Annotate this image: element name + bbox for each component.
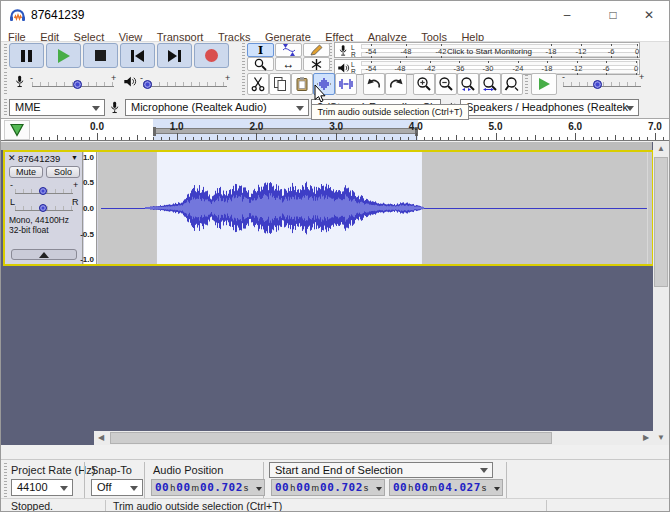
timeline-tick [488,137,489,140]
tools-gripper[interactable] [242,43,245,71]
playback-volume-thumb[interactable] [143,80,152,89]
pause-button[interactable] [9,43,44,68]
recording-device-select[interactable]: Microphone (Realtek Audio) [125,99,309,116]
vertical-scroll-thumb[interactable] [654,157,668,287]
timeline-tick [535,135,536,140]
zoom-out-button[interactable] [435,73,457,95]
quick-play-bar[interactable] [153,128,418,134]
waveform-area[interactable] [98,152,652,264]
meter-tick-label: -48 [395,64,406,73]
record-button[interactable] [194,43,229,68]
collapse-track-button[interactable] [11,249,77,260]
timeline-options-button[interactable] [4,120,30,140]
skip-to-start-button[interactable] [120,43,155,68]
timeline-tick [400,137,401,140]
selection-start-field[interactable]: 00h00m00.702s [271,479,385,496]
play-button[interactable] [46,43,81,68]
stop-button[interactable] [83,43,118,68]
play-speed-slider[interactable] [563,82,641,87]
scroll-up-icon[interactable]: ▲ [653,142,669,156]
paste-button[interactable] [291,73,313,95]
scroll-left-icon[interactable]: ◀ [94,431,108,445]
selection-toolbar: Project Rate (Hz) Snap-To Audio Position… [1,459,669,499]
play-at-speed-button[interactable] [531,73,557,95]
mixer-gripper[interactable] [4,72,7,96]
timeline-ruler[interactable]: 0.01.02.03.04.05.06.07.0 [1,119,669,141]
timeline-tick [623,137,624,140]
maximize-button[interactable]: □ [593,1,633,29]
snap-to-select[interactable]: Off [91,479,143,496]
monitor-prompt[interactable]: Click to Start Monitoring [447,47,532,56]
timeline-label: 1.0 [170,121,184,132]
selection-mode-select[interactable]: Start and End of Selection [269,462,493,478]
recording-meter[interactable]: L R Click to Start Monitoring -54-48-42-… [334,42,640,58]
selection-tool-button[interactable]: I [247,43,274,57]
timeline-tick [280,137,281,140]
fit-selection-button[interactable] [457,73,479,95]
fit-project-button[interactable] [479,73,501,95]
track-vertical-ruler[interactable]: 1.0 0.5 0.0 -0.5 -1.0 [84,152,97,264]
minimize-button[interactable]: – [547,1,587,29]
cut-button[interactable] [247,73,269,95]
recording-volume-thumb[interactable] [73,80,82,89]
redo-button[interactable] [385,73,407,95]
mute-button[interactable]: Mute [9,166,43,178]
skip-to-end-button[interactable] [157,43,192,68]
audio-track[interactable]: ✕ 87641239 ▼ Mute Solo - + L R Mono, 441… [3,150,653,266]
timeline-tick [631,137,632,140]
timeline-tick [129,137,130,140]
selection-end-field[interactable]: 00h00m04.027s [389,479,503,496]
tooltip: Trim audio outside selection (Ctrl+T) [311,104,469,120]
zoom-toggle-button[interactable] [501,73,523,95]
track-control-panel[interactable]: ✕ 87641239 ▼ Mute Solo - + L R Mono, 441… [5,152,83,264]
envelope-tool-button[interactable] [275,43,302,57]
waveform-canvas[interactable] [98,152,652,264]
selection-start-handle[interactable] [153,127,156,136]
asterisk-icon [310,58,323,71]
project-rate-select[interactable]: 44100 [11,479,73,496]
timeline-tick [448,137,449,140]
solo-button[interactable]: Solo [46,166,80,178]
mixer-mic-icon [13,74,26,89]
track-close-icon[interactable]: ✕ [8,153,16,163]
horizontal-scroll-thumb[interactable] [110,432,552,444]
timeline-tick [655,133,656,140]
silence-icon [338,76,354,92]
playback-device-select[interactable]: Speakers / Headphones (Realtek [460,99,639,116]
meter-tick-label: -42 [425,64,436,73]
audio-host-select[interactable]: MME [9,99,105,116]
copy-button[interactable] [269,73,291,95]
zoom-in-button[interactable] [413,73,435,95]
track-title[interactable]: 87641239 [18,153,68,164]
multi-tool-button[interactable] [303,57,330,71]
play-speed-thumb[interactable] [593,80,602,89]
track-menu-icon[interactable]: ▼ [71,154,78,161]
meter-tick [606,73,607,75]
undo-button[interactable] [363,73,385,95]
device-gripper[interactable] [4,99,7,117]
timeline-tick [360,137,361,140]
track-area[interactable]: ✕ 87641239 ▼ Mute Solo - + L R Mono, 441… [1,142,669,445]
edit-gripper[interactable] [242,73,245,96]
timeline-tick [352,137,353,140]
selbar-gripper[interactable] [4,463,7,497]
horizontal-scrollbar[interactable]: ◀ ▶ [94,431,653,445]
meter-tick [488,61,489,63]
draw-tool-button[interactable] [303,43,330,57]
zoom-tool-button[interactable] [247,57,274,71]
playback-volume-slider[interactable] [143,82,227,87]
vertical-scrollbar[interactable]: ▲ ▼ [653,142,669,445]
transport-gripper[interactable] [4,44,7,69]
meter-tick [371,44,372,46]
close-button[interactable]: ✕ [629,1,669,29]
meter-tick [518,61,519,63]
time-shift-tool-button[interactable]: ↔ [275,57,302,71]
speed-gripper[interactable] [525,75,528,96]
scroll-right-icon[interactable]: ▶ [639,431,653,445]
pan-thumb[interactable] [39,204,47,212]
meter-tick-label: -36 [454,64,465,73]
gain-thumb[interactable] [39,187,47,195]
silence-audio-button[interactable] [335,73,357,95]
audio-position-field[interactable]: 00h00m00.702s [151,479,265,496]
scroll-down-icon[interactable]: ▼ [653,431,669,445]
